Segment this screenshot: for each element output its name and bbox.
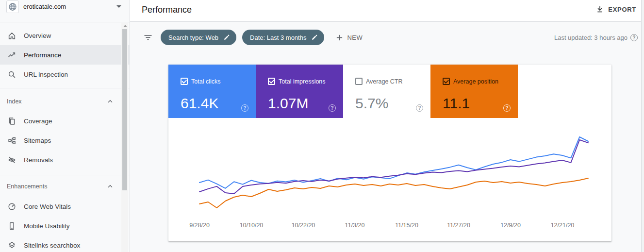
help-icon[interactable] xyxy=(630,34,638,41)
sidebar-item-removals[interactable]: Removals xyxy=(0,150,130,169)
sidebar-item-label: Sitemaps xyxy=(24,137,51,144)
home-icon xyxy=(8,32,16,40)
sidebar-item-url-inspection[interactable]: URL inspection xyxy=(0,65,130,84)
metric-label: Average position xyxy=(453,78,498,85)
edit-icon xyxy=(311,34,318,41)
sidebar-item-sitelinks-searchbox[interactable]: Sitelinks searchbox xyxy=(0,235,130,252)
sidebar-item-sitemaps[interactable]: Sitemaps xyxy=(0,131,130,150)
sidebar-item-core-web-vitals[interactable]: Core Web Vitals xyxy=(0,197,130,216)
help-icon[interactable] xyxy=(241,104,248,112)
filter-chip-search-type[interactable]: Search type: Web xyxy=(161,30,236,45)
average-position-checkbox[interactable] xyxy=(443,78,450,85)
sidebar-item-mobile-usability[interactable]: Mobile Usability xyxy=(0,216,130,235)
x-tick-label: 12/9/20 xyxy=(500,222,521,229)
sidebar-divider xyxy=(0,175,130,175)
x-tick-label: 10/10/20 xyxy=(240,222,264,229)
last-updated-text: Last updated: 3 hours ago xyxy=(554,34,627,41)
new-label: NEW xyxy=(347,34,363,41)
sidebar-section-index[interactable]: Index xyxy=(0,93,121,110)
x-tick-label: 11/27/20 xyxy=(447,222,470,229)
metric-value: 61.4K xyxy=(181,96,218,111)
x-tick-label: 11/3/20 xyxy=(345,222,365,229)
metric-label: Average CTR xyxy=(366,78,403,85)
chip-label: Search type: Web xyxy=(168,34,218,41)
metric-value: 5.7% xyxy=(355,96,388,111)
new-filter-button[interactable]: NEW xyxy=(336,34,363,41)
sidebar-item-performance[interactable]: Performance xyxy=(0,45,130,65)
metric-label: Total clicks xyxy=(191,78,220,85)
main-header: Performance EXPORT xyxy=(130,0,641,22)
metric-card-average-ctr[interactable]: Average CTR 5.7% xyxy=(343,65,430,118)
sidebar-item-label: Sitelinks searchbox xyxy=(24,242,80,249)
sidebar-item-label: Performance xyxy=(24,51,61,59)
mobile-usability-icon xyxy=(8,222,16,230)
help-icon[interactable] xyxy=(329,104,336,112)
download-icon xyxy=(596,5,604,13)
property-selector[interactable]: eroticatale.com xyxy=(0,0,130,22)
last-updated: Last updated: 3 hours ago xyxy=(554,34,638,41)
sidebar-scrollbar-thumb[interactable] xyxy=(122,29,127,190)
x-tick-label: 11/15/20 xyxy=(395,222,418,229)
x-tick-label: 12/21/20 xyxy=(551,222,575,229)
section-title: Index xyxy=(7,98,22,105)
filter-chip-date[interactable]: Date: Last 3 months xyxy=(242,30,324,45)
export-label: EXPORT xyxy=(608,6,636,13)
sidebar-item-label: Removals xyxy=(24,156,53,164)
section-title: Enhancements xyxy=(7,183,47,190)
sidebar-divider xyxy=(0,88,130,88)
caret-down-icon xyxy=(116,5,121,8)
chevron-up-icon xyxy=(107,183,114,190)
sidebar-item-overview[interactable]: Overview xyxy=(0,26,130,45)
export-button[interactable]: EXPORT xyxy=(596,5,636,13)
x-tick-label: 9/28/20 xyxy=(189,222,210,229)
sidebar-item-label: URL inspection xyxy=(24,71,68,78)
filter-icon[interactable] xyxy=(144,33,152,42)
total-clicks-checkbox[interactable] xyxy=(181,78,188,85)
plus-icon xyxy=(336,34,343,41)
sidebar-section-enhancements[interactable]: Enhancements xyxy=(0,178,121,195)
page-title: Performance xyxy=(142,5,192,15)
sidebar-item-label: Coverage xyxy=(24,118,52,125)
help-icon[interactable] xyxy=(416,104,423,112)
sitelinks-searchbox-icon xyxy=(8,241,16,250)
metric-label: Total impressions xyxy=(279,78,326,85)
search-console-app: eroticatale.com Overview Performance xyxy=(0,0,644,252)
property-domain: eroticatale.com xyxy=(23,3,66,10)
average-ctr-checkbox[interactable] xyxy=(355,78,363,85)
metric-card-total-clicks[interactable]: Total clicks 61.4K xyxy=(168,65,256,118)
sidebar: eroticatale.com Overview Performance xyxy=(0,0,130,252)
removals-icon xyxy=(8,156,16,164)
x-tick-label: 10/22/20 xyxy=(292,222,315,229)
coverage-icon xyxy=(8,117,16,125)
sidebar-item-label: Core Web Vitals xyxy=(24,203,71,210)
page-scrollbar[interactable] xyxy=(641,0,644,252)
core-web-vitals-icon xyxy=(8,202,16,211)
sidebar-item-coverage[interactable]: Coverage xyxy=(0,111,130,131)
globe-icon xyxy=(6,0,19,13)
edit-icon xyxy=(223,34,230,41)
metric-card-total-impressions[interactable]: Total impressions 1.07M xyxy=(256,65,343,118)
metric-value: 11.1 xyxy=(443,96,470,111)
metric-card-average-position[interactable]: Average position 11.1 xyxy=(430,65,518,118)
chip-label: Date: Last 3 months xyxy=(250,34,306,41)
performance-chart-card: Total clicks 61.4K Total impressions 1.0… xyxy=(168,65,611,241)
total-impressions-checkbox[interactable] xyxy=(268,78,275,85)
performance-icon xyxy=(8,51,16,59)
sidebar-item-label: Mobile Usability xyxy=(24,222,70,230)
filter-toolbar: Search type: Web Date: Last 3 months xyxy=(144,30,363,45)
chevron-up-icon xyxy=(107,98,114,105)
sidebar-item-label: Overview xyxy=(24,32,51,39)
sitemaps-icon xyxy=(8,136,16,145)
url-inspection-icon xyxy=(8,70,16,79)
help-icon[interactable] xyxy=(503,104,511,112)
metric-value: 1.07M xyxy=(268,96,308,111)
scroll-up-arrow[interactable] xyxy=(123,25,127,27)
